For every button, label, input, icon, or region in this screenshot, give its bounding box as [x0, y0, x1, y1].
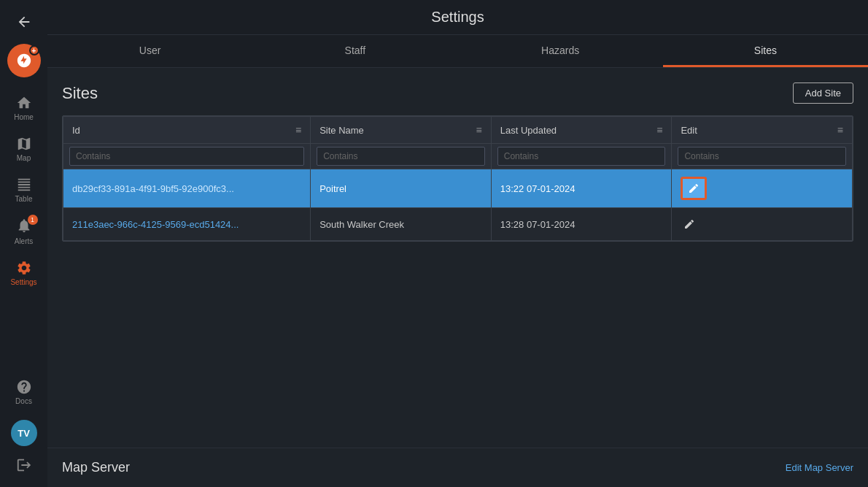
row1-site-name: Poitrel: [319, 183, 346, 194]
notification-button[interactable]: +: [7, 44, 41, 77]
row1-last-updated: 13:22 07-01-2024: [500, 183, 576, 194]
edit-col-menu-icon[interactable]: ≡: [837, 124, 843, 136]
filter-id-cell: [63, 144, 311, 169]
filter-site-name-input[interactable]: [317, 147, 485, 166]
filter-id-input[interactable]: [69, 147, 304, 166]
avatar[interactable]: TV: [11, 420, 37, 446]
filter-last-updated-cell: [491, 144, 672, 169]
table-label: Table: [15, 195, 33, 203]
edit-map-server-button[interactable]: Edit Map Server: [786, 462, 853, 473]
page-title: Settings: [431, 9, 484, 26]
settings-label: Settings: [10, 278, 36, 286]
content-area: Sites Add Site Id ≡ Site: [47, 68, 868, 448]
row1-id-cell: db29cf33-891a-4f91-9bf5-92e900fc3...: [63, 169, 311, 208]
table-body: db29cf33-891a-4f91-9bf5-92e900fc3... Poi…: [63, 144, 853, 241]
logout-button[interactable]: [11, 452, 37, 478]
sites-table: Id ≡ Site Name ≡ Last Up: [63, 116, 853, 241]
row1-site-name-cell: Poitrel: [311, 169, 492, 208]
filter-edit-cell: [672, 144, 853, 169]
sidebar-item-table[interactable]: Table: [0, 171, 47, 209]
row1-edit-button[interactable]: [681, 177, 707, 200]
sites-title: Sites: [62, 84, 98, 103]
row1-last-updated-cell: 13:22 07-01-2024: [491, 169, 672, 208]
back-button[interactable]: [9, 7, 39, 37]
last-updated-col-menu-icon[interactable]: ≡: [656, 124, 662, 136]
sidebar: + Home Map Table 1 Alerts: [0, 0, 47, 487]
tab-hazards[interactable]: Hazards: [458, 35, 663, 67]
filter-site-name-cell: [311, 144, 492, 169]
row2-edit-cell: [672, 208, 853, 241]
col-header-site-name: Site Name ≡: [311, 117, 492, 144]
filter-edit-input[interactable]: [678, 147, 846, 166]
map-server-title: Map Server: [62, 460, 130, 475]
col-header-last-updated: Last Updated ≡: [491, 117, 672, 144]
col-header-edit: Edit ≡: [672, 117, 853, 144]
tab-sites[interactable]: Sites: [663, 35, 868, 67]
add-site-button[interactable]: Add Site: [793, 83, 853, 104]
row1-edit-cell: [672, 169, 853, 208]
map-server-section: Map Server Edit Map Server: [47, 448, 868, 487]
map-label: Map: [17, 154, 31, 162]
sidebar-item-docs[interactable]: Docs: [11, 373, 37, 411]
filter-row: [63, 144, 853, 169]
table-row: db29cf33-891a-4f91-9bf5-92e900fc3... Poi…: [63, 169, 853, 208]
row2-last-updated-cell: 13:28 07-01-2024: [491, 208, 672, 241]
alerts-label: Alerts: [15, 237, 34, 245]
tab-user[interactable]: User: [47, 35, 252, 67]
row2-id-link[interactable]: 211e3aec-966c-4125-9569-ecd51424...: [72, 219, 239, 230]
row2-edit-button[interactable]: [681, 215, 698, 233]
sidebar-item-settings[interactable]: Settings: [0, 254, 47, 292]
tabs-bar: User Staff Hazards Sites: [47, 35, 868, 68]
main-content: Settings User Staff Hazards Sites Sites …: [47, 0, 868, 487]
sites-section-header: Sites Add Site: [62, 83, 853, 104]
home-label: Home: [14, 113, 34, 121]
row2-site-name-cell: South Walker Creek: [311, 208, 492, 241]
sidebar-item-map[interactable]: Map: [0, 130, 47, 168]
docs-label: Docs: [15, 397, 32, 405]
alerts-badge: 1: [28, 215, 38, 225]
id-col-menu-icon[interactable]: ≡: [295, 124, 301, 136]
header-row: Id ≡ Site Name ≡ Last Up: [63, 117, 853, 144]
sites-table-container: Id ≡ Site Name ≡ Last Up: [62, 115, 853, 242]
row2-site-name: South Walker Creek: [319, 219, 404, 230]
row2-id-cell: 211e3aec-966c-4125-9569-ecd51424...: [63, 208, 311, 241]
row2-last-updated: 13:28 07-01-2024: [500, 219, 576, 230]
sidebar-item-alerts[interactable]: 1 Alerts: [0, 212, 47, 251]
filter-last-updated-input[interactable]: [497, 147, 666, 166]
table-header: Id ≡ Site Name ≡ Last Up: [63, 117, 853, 144]
sidebar-item-home[interactable]: Home: [0, 89, 47, 127]
tab-staff[interactable]: Staff: [252, 35, 457, 67]
row1-id-link[interactable]: db29cf33-891a-4f91-9bf5-92e900fc3...: [72, 183, 234, 194]
col-header-id: Id ≡: [63, 117, 311, 144]
plus-icon: +: [29, 45, 39, 55]
table-row: 211e3aec-966c-4125-9569-ecd51424... Sout…: [63, 208, 853, 241]
site-name-col-menu-icon[interactable]: ≡: [476, 124, 482, 136]
topbar: Settings: [47, 0, 868, 35]
